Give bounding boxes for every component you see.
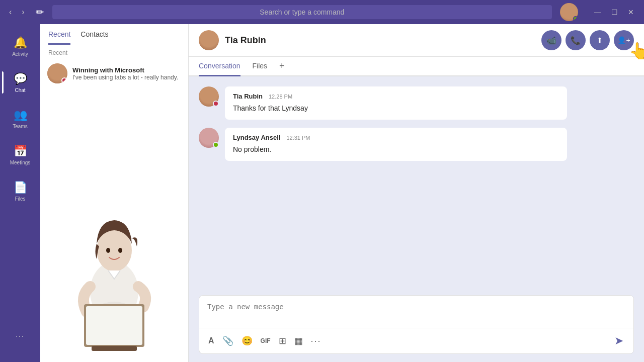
sidebar-item-teams[interactable]: 👥 Teams <box>2 101 38 137</box>
audio-call-button[interactable]: 📞 <box>566 30 586 50</box>
add-person-button[interactable]: 👤+ <box>614 30 634 50</box>
message-avatar-lyndsay <box>199 128 219 148</box>
message-sender: Tia Rubin <box>233 93 263 100</box>
sidebar-item-chat[interactable]: 💬 Chat <box>2 64 38 101</box>
recent-label: Recent <box>40 45 188 58</box>
sidebar-item-meetings[interactable]: 📅 Meetings <box>2 137 38 173</box>
minimize-button[interactable]: — <box>590 6 605 18</box>
tab-contacts[interactable]: Contacts <box>80 30 108 45</box>
chat-item-name: Winning with Microsoft <box>72 66 181 74</box>
user-status-dot <box>573 16 578 21</box>
chat-item-info: Winning with Microsoft I've been using t… <box>72 66 181 81</box>
chat-panel: Recent Contacts Recent Winning with Micr… <box>40 24 189 362</box>
compose-toolbar: A 📎 😊 GIF ⊞ ▦ ··· ➤ <box>199 328 633 353</box>
more-toolbar-button[interactable]: ··· <box>308 334 325 348</box>
tia-status-dot <box>213 101 219 107</box>
screen-share-button[interactable]: ⬆ <box>590 30 610 50</box>
window-controls: — ☐ ✕ <box>590 6 638 18</box>
nav-back-button[interactable]: ‹ <box>6 6 15 19</box>
svg-point-6 <box>106 248 110 253</box>
attach-button[interactable]: 📎 <box>219 333 236 348</box>
close-button[interactable]: ✕ <box>624 6 638 18</box>
meeting-button[interactable]: ▦ <box>291 333 306 348</box>
sidebar-label-chat: Chat <box>15 87 25 93</box>
message-bubble: Lyndsay Ansell 12:31 PM No problem. <box>225 128 567 161</box>
message-time: 12:31 PM <box>286 135 310 141</box>
message-header: Lyndsay Ansell 12:31 PM <box>233 134 559 141</box>
message-header: Tia Rubin 12.28 PM <box>233 93 559 100</box>
search-input[interactable] <box>52 5 552 19</box>
title-bar: ‹ › ✏ — ☐ ✕ <box>0 0 644 24</box>
svg-rect-9 <box>86 306 142 345</box>
video-icon: 📹 <box>546 36 556 45</box>
phone-icon: 📞 <box>571 36 581 45</box>
compose-button[interactable]: ✏ <box>36 6 44 18</box>
conversation-header: Tia Rubin 📹 📞 ⬆ 👤+ 👆 <box>189 24 644 57</box>
sticker-button[interactable]: ⊞ <box>276 333 289 348</box>
files-icon: 📄 <box>14 181 27 194</box>
sidebar-item-files[interactable]: 📄 Files <box>2 173 38 209</box>
sidebar-item-more[interactable]: ··· <box>2 318 38 354</box>
nav-forward-button[interactable]: › <box>19 6 27 19</box>
presenter-illustration <box>40 88 188 362</box>
video-call-button[interactable]: 📹 <box>541 30 561 50</box>
tab-conversation[interactable]: Conversation <box>199 57 240 76</box>
activity-icon: 🔔 <box>14 36 27 49</box>
gif-button[interactable]: GIF <box>258 335 274 346</box>
conversation-actions: 📹 📞 ⬆ 👤+ 👆 <box>541 30 634 50</box>
compose-area: A 📎 😊 GIF ⊞ ▦ ··· ➤ <box>199 295 634 354</box>
conversation-area: Tia Rubin 📹 📞 ⬆ 👤+ 👆 <box>189 24 644 362</box>
message-bubble: Tia Rubin 12.28 PM Thanks for that Lynds… <box>225 86 567 120</box>
conversation-tabs: Conversation Files + <box>189 57 644 76</box>
teams-icon: 👥 <box>14 109 27 122</box>
emoji-button[interactable]: 😊 <box>238 333 256 348</box>
main-layout: 🔔 Activity 💬 Chat 👥 Teams 📅 Meetings 📄 F… <box>0 24 644 362</box>
messages-area: Tia Rubin 12.28 PM Thanks for that Lynds… <box>189 76 644 295</box>
sidebar-label-teams: Teams <box>13 124 27 129</box>
svg-point-7 <box>118 248 122 253</box>
user-avatar[interactable] <box>560 3 578 21</box>
message-text: No problem. <box>233 144 559 155</box>
share-icon: ⬆ <box>597 36 603 44</box>
svg-rect-10 <box>92 346 137 351</box>
add-tab-button[interactable]: + <box>279 57 285 75</box>
chat-item-preview: I've been using tabs a lot - really hand… <box>72 74 181 81</box>
chat-tabs: Recent Contacts <box>40 24 188 45</box>
tab-files[interactable]: Files <box>253 57 268 76</box>
chat-item-avatar <box>47 63 67 83</box>
meetings-icon: 📅 <box>14 145 27 158</box>
send-button[interactable]: ➤ <box>610 332 627 349</box>
lyndsay-status-dot <box>213 142 219 148</box>
message-block: Tia Rubin 12.28 PM Thanks for that Lynds… <box>199 86 634 120</box>
svg-point-5 <box>97 229 132 272</box>
sidebar-label-meetings: Meetings <box>10 160 31 165</box>
sidebar-label-files: Files <box>15 196 25 202</box>
chat-list-item[interactable]: Winning with Microsoft I've been using t… <box>40 58 188 88</box>
add-person-icon: 👤+ <box>617 36 630 44</box>
tab-recent[interactable]: Recent <box>48 30 70 45</box>
message-avatar-tia <box>199 86 219 107</box>
message-text: Thanks for that Lyndsay <box>233 103 559 114</box>
message-block: Lyndsay Ansell 12:31 PM No problem. <box>199 128 634 161</box>
message-sender: Lyndsay Ansell <box>233 134 280 141</box>
presenter-svg <box>64 206 165 362</box>
format-text-button[interactable]: A <box>205 334 217 347</box>
sidebar-item-activity[interactable]: 🔔 Activity <box>2 28 38 64</box>
chat-icon: 💬 <box>14 72 27 85</box>
sidebar-label-activity: Activity <box>12 51 28 57</box>
nav-controls: ‹ › ✏ <box>6 6 44 19</box>
busy-status-dot <box>61 77 67 83</box>
compose-input[interactable] <box>199 296 633 326</box>
more-icon: ··· <box>16 332 25 340</box>
sidebar: 🔔 Activity 💬 Chat 👥 Teams 📅 Meetings 📄 F… <box>0 24 40 362</box>
message-time: 12.28 PM <box>269 94 292 100</box>
maximize-button[interactable]: ☐ <box>607 6 622 18</box>
contact-name: Tia Rubin <box>225 35 541 46</box>
contact-avatar <box>199 30 219 50</box>
